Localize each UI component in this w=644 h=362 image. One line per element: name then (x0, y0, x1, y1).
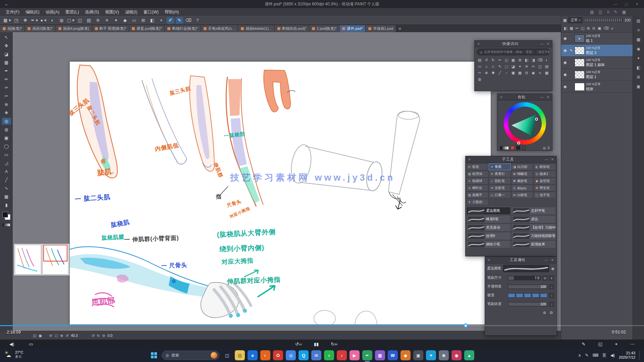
quick-access-icon[interactable]: ⊟ (523, 70, 530, 76)
subtool-category[interactable]: ✉ 白邮笔 (511, 192, 533, 198)
edge-app[interactable]: e (248, 350, 258, 360)
visibility-eye-icon[interactable]: ◉ (562, 84, 568, 89)
quick-access-icon[interactable]: ▢ (503, 63, 510, 70)
lock-icon[interactable]: ◉ (551, 266, 554, 271)
tray-icon[interactable]: ✎ (585, 353, 588, 358)
subtool-category[interactable]: ▭ 口着一 (489, 192, 511, 198)
document-tab[interactable]: 插画kkkkkk(1)... (238, 25, 275, 32)
collapsed-panel-icon[interactable]: ⊞ (637, 75, 640, 79)
minimize-button[interactable]: — (613, 2, 617, 6)
layer-name[interactable]: 纸张 (586, 86, 601, 92)
red-app[interactable]: ◉ (451, 350, 462, 360)
show-desktop-button[interactable] (639, 351, 641, 360)
search-highlight-image[interactable] (211, 352, 217, 359)
pen-tool[interactable]: ✒ (2, 67, 11, 74)
document-tab[interactable]: 画[恢复]* (0, 25, 25, 32)
red-swatch[interactable] (511, 146, 515, 150)
document-tab[interactable]: 石竜x林寂风白... (201, 25, 238, 32)
panel-minimize-icon[interactable]: — (544, 158, 548, 161)
hand-tool[interactable]: ❖ (2, 109, 11, 116)
visibility-eye-icon[interactable]: ◉ (562, 60, 568, 65)
clear-icon[interactable]: ⌫ (185, 17, 192, 24)
subtool-category[interactable]: ✏ 铅笔 (466, 164, 488, 170)
quick-access-icon[interactable]: ▫ (503, 70, 510, 76)
taskbar-search-input[interactable]: ◎ 搜索 (162, 351, 219, 360)
collapsed-panel-icon[interactable]: ✦ (637, 56, 640, 61)
subtool-category[interactable]: ◆ 金箔笔 (534, 178, 556, 184)
quick-access-icon[interactable]: ◐ (543, 57, 550, 63)
orange-app[interactable]: ◆ (400, 350, 411, 360)
blue-app[interactable]: ✦ (426, 350, 436, 360)
zoom-in-icon[interactable]: ⊕ (60, 334, 63, 338)
opacity-icon[interactable]: ◍ (58, 17, 65, 24)
playlist-panel-icon[interactable]: ◱ (598, 342, 602, 347)
visibility-eye-icon[interactable]: ◉ (562, 72, 568, 77)
grid-icon[interactable]: ⊞ (140, 17, 147, 24)
layer-name[interactable]: 图层 1 副本 (586, 62, 605, 67)
quick-access-icon[interactable]: ✎ (496, 63, 503, 70)
quick-access-icon[interactable]: ◍ (476, 76, 483, 82)
panel-menu-icon[interactable]: ≡ (477, 42, 481, 46)
workspace-icon[interactable]: ▦ ▾ (3, 17, 11, 24)
tray-icon[interactable]: ∧ (578, 353, 581, 358)
taskbar-clock[interactable]: 21:43 2025/7/12 (619, 351, 635, 360)
quick-access-icon[interactable]: ✏ (476, 70, 483, 76)
panel-menu-icon[interactable]: ≡ (468, 158, 472, 161)
ellipse-tool[interactable]: ◯ (2, 143, 11, 150)
layer-op-icon[interactable]: ▦ (570, 26, 573, 31)
ruler-tool[interactable]: ▮ (2, 201, 11, 208)
task-view-button[interactable]: ◫ (222, 350, 232, 360)
layer-op-icon[interactable]: ⊞ (587, 26, 590, 31)
subtool-category[interactable]: ▢ 色子笔 (534, 192, 556, 198)
sparkle-icon[interactable]: ✦ (112, 17, 120, 24)
zoom-fit-icon[interactable]: ▢ (55, 334, 58, 338)
rotate-reset-icon[interactable]: ⊖ (102, 334, 105, 338)
brush-size-slider[interactable]: 7.0 (508, 276, 541, 280)
paint-app[interactable]: ✒ (362, 350, 372, 360)
pen-select-icon[interactable]: ✒ ▾ (31, 17, 38, 24)
quick-access-icon[interactable]: ▣ (510, 70, 517, 76)
help-icon[interactable]: ? (194, 17, 201, 24)
move-icon[interactable]: ✥ (21, 17, 29, 24)
document-tab[interactable]: 插画2[恢复]* (25, 25, 56, 32)
navigator-selection-rect[interactable] (43, 245, 68, 261)
screenshot-icon[interactable]: ▭ (29, 342, 33, 347)
dark-swatch[interactable] (516, 146, 520, 150)
panel-close-icon[interactable]: ✕ (546, 95, 550, 99)
brush-item[interactable]: 肌理效果 (511, 240, 556, 248)
panel-menu-icon[interactable]: ≡ (499, 95, 503, 99)
line-tool[interactable]: ╱ (2, 176, 11, 183)
collapsed-panel-icon[interactable]: ▦ (637, 37, 640, 42)
panel-toggle-icon[interactable]: ◫ (598, 10, 602, 14)
quick-access-icon[interactable]: ↻ (490, 57, 496, 63)
quick-search-input[interactable]: ◎ 从所有的软件中搜索（例如：变形）（指定关键词） (477, 49, 550, 55)
quick-access-icon[interactable]: ◫ (537, 63, 543, 70)
brush-item[interactable]: 尼克滚动 (466, 224, 511, 232)
layer-thumbnail[interactable] (575, 59, 585, 67)
hardness-more-icon[interactable]: › (549, 293, 554, 298)
panel-toggle-icon[interactable]: ≡ (607, 10, 609, 14)
visibility-eye-icon[interactable]: ◉ (562, 36, 568, 41)
document-tab[interactable]: 豹猫灯会[恢复]* (165, 25, 201, 32)
layer-row[interactable]: ◉ ✎ 100 %正常 图层 3 (561, 45, 633, 57)
quick-access-icon[interactable]: ▭ (476, 63, 483, 70)
document-tab[interactable]: 裸蛋.psd[恢复]* (129, 25, 165, 32)
panel-minimize-icon[interactable]: — (540, 42, 544, 46)
progress-handle[interactable] (464, 323, 468, 328)
rect-tool[interactable]: ▭ (2, 151, 11, 158)
pattern-tool[interactable]: ▩ (2, 193, 11, 200)
collapsed-panel-icon[interactable]: ◉ (637, 47, 640, 51)
green-app[interactable]: ▲ (464, 350, 474, 360)
navigator-panel[interactable] (13, 243, 70, 276)
layer-name[interactable]: 图层 3 (586, 50, 601, 55)
quick-access-icon[interactable]: ▤ (543, 63, 550, 70)
quick-access-icon[interactable]: ∿ (537, 70, 543, 76)
word-app[interactable]: W (388, 350, 398, 360)
subtool-category[interactable]: ◎ 链条1 (534, 171, 556, 177)
qq-app[interactable]: Q (299, 350, 309, 360)
quick-access-icon[interactable]: ✦ (517, 63, 523, 70)
quick-access-icon[interactable]: ▩ (543, 70, 550, 76)
panel-close-icon[interactable]: ✕ (546, 42, 550, 46)
quick-access-icon[interactable]: ◉ (530, 70, 537, 76)
subtool-category[interactable]: ✦ 常用 (489, 164, 511, 170)
